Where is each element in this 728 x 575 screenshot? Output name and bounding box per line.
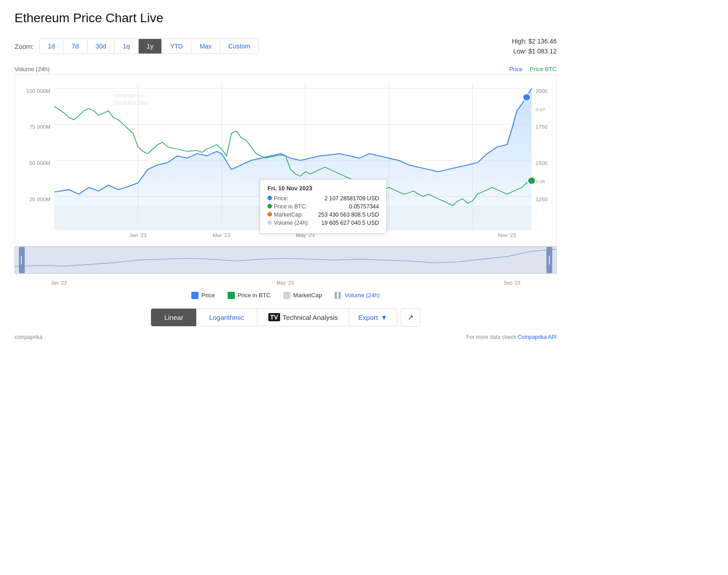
svg-rect-28 (19, 247, 25, 273)
svg-text:Jan '23: Jan '23 (129, 232, 146, 237)
technical-analysis-button[interactable]: TV Technical Analysis (257, 308, 349, 326)
svg-text:0.07: 0.07 (535, 107, 545, 112)
chart-labels-row: Volume (24h) Price Price BTC (15, 66, 557, 72)
zoom-1d[interactable]: 1d (40, 39, 64, 53)
range-label-may: May '23 (277, 280, 294, 285)
svg-text:coinpaprika: coinpaprika (113, 92, 144, 98)
footer-right-text: For more data check (466, 334, 518, 340)
range-label-jan: Jan '23 (51, 280, 67, 285)
zoom-30d[interactable]: 30d (87, 39, 115, 53)
zoom-1y[interactable]: 1y (139, 39, 162, 53)
pricebtc-label: Price BTC (530, 66, 557, 72)
price-label: Price (509, 66, 523, 72)
zoom-ytd[interactable]: YTD (162, 39, 191, 53)
zoom-row: Zoom: 1d 7d 30d 1q 1y YTD Max Custom Hig… (15, 36, 557, 57)
range-slider[interactable] (15, 246, 557, 274)
range-svg (15, 247, 556, 273)
zoom-custom[interactable]: Custom (220, 39, 258, 53)
zoom-1q[interactable]: 1q (115, 39, 139, 53)
main-chart: 100 000M 75 000M 50 000M 25 000M 2000 17… (15, 74, 557, 246)
legend-volume-box (335, 292, 342, 299)
zoom-label: Zoom: (15, 43, 34, 50)
legend-pricebtc: Price in BTC (228, 292, 271, 299)
svg-text:100 000M: 100 000M (26, 88, 50, 93)
volume-label: Volume (24h) (15, 66, 49, 72)
bottom-controls: Linear Logarithmic TV Technical Analysis… (15, 308, 557, 327)
export-label: Export (358, 314, 378, 321)
svg-text:1500: 1500 (535, 160, 548, 165)
page-title: Ethereum Price Chart Live (15, 11, 557, 25)
footer-brand: coinpaprika (15, 334, 42, 340)
footer: coinpaprika For more data check Coinpapr… (15, 334, 557, 340)
expand-button[interactable]: ↗ (401, 308, 420, 327)
zoom-7d[interactable]: 7d (63, 39, 87, 53)
pricebtc-dot (528, 177, 535, 184)
svg-text:provides data: provides data (113, 100, 149, 106)
range-x-labels: Jan '23 May '23 Sep '23 (15, 279, 557, 286)
legend-pricebtc-label: Price in BTC (238, 292, 271, 299)
price-dot (523, 94, 530, 101)
legend-price-box (191, 292, 199, 299)
svg-text:1250: 1250 (535, 197, 548, 202)
svg-text:50 000M: 50 000M (29, 160, 50, 165)
svg-text:75 000M: 75 000M (29, 125, 50, 130)
technical-label: Technical Analysis (283, 314, 338, 321)
zoom-max[interactable]: Max (191, 39, 220, 53)
legend-pricebtc-box (228, 292, 235, 299)
svg-text:Mar '23: Mar '23 (213, 232, 230, 237)
tradingview-icon: TV (268, 313, 280, 321)
high-value: High: $2 136.46 (512, 36, 557, 46)
range-label-sep: Sep '23 (504, 280, 520, 285)
footer-right: For more data check Coinpaprika API (466, 334, 557, 340)
export-button[interactable]: Export ▼ (349, 309, 397, 326)
svg-text:2000: 2000 (535, 88, 548, 93)
price-btc-labels: Price Price BTC (509, 66, 557, 72)
legend-marketcap-label: MarketCap (293, 292, 322, 299)
expand-icon: ↗ (408, 314, 413, 321)
logarithmic-button[interactable]: Logarithmic (196, 309, 257, 326)
legend-price-label: Price (201, 292, 215, 299)
svg-text:0.06: 0.06 (535, 179, 545, 184)
legend-volume: Volume (24h) (335, 292, 379, 299)
legend: Price Price in BTC MarketCap Volume (24h… (15, 292, 557, 299)
linear-button[interactable]: Linear (151, 309, 196, 326)
legend-marketcap: MarketCap (283, 292, 322, 299)
legend-price: Price (191, 292, 215, 299)
zoom-controls: 1d 7d 30d 1q 1y YTD Max Custom (39, 39, 259, 54)
legend-marketcap-box (283, 292, 291, 299)
legend-volume-label: Volume (24h) (345, 292, 379, 299)
high-low: High: $2 136.46 Low: $1 083.12 (512, 36, 557, 57)
svg-text:May '23: May '23 (296, 232, 315, 237)
svg-text:1750: 1750 (535, 125, 548, 130)
export-dropdown-icon: ▼ (381, 314, 388, 321)
coinpaprika-api-link[interactable]: Coinpaprika API (518, 334, 557, 340)
low-value: Low: $1 083.12 (512, 46, 557, 56)
chart-svg: 100 000M 75 000M 50 000M 25 000M 2000 17… (15, 75, 556, 246)
svg-text:25 000M: 25 000M (29, 197, 50, 202)
svg-text:Nov '23: Nov '23 (498, 232, 516, 237)
